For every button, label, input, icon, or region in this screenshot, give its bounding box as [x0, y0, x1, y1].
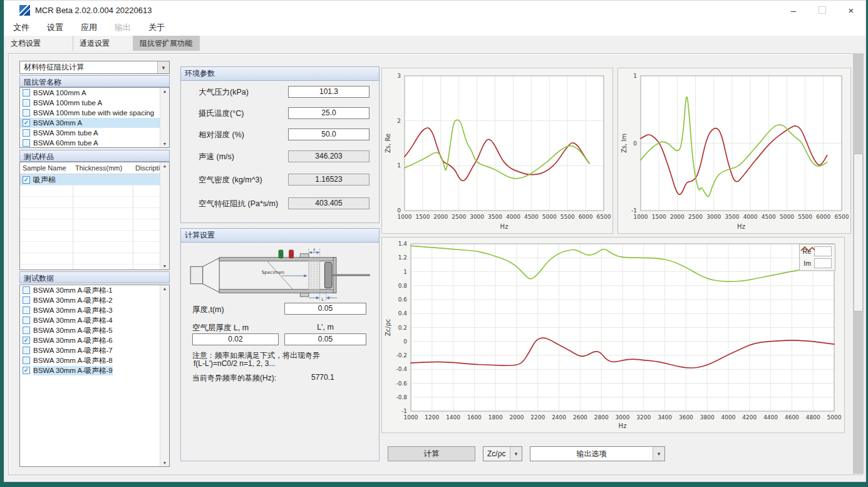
env-field-input: 346.203	[288, 150, 369, 162]
checkbox-icon[interactable]	[23, 129, 30, 137]
thickness-label: 厚度,t(m)	[192, 305, 224, 315]
list-item[interactable]: BSWA 30mm A-吸声棉-4	[20, 315, 169, 325]
checkbox-icon[interactable]: ✓	[23, 176, 30, 184]
list-item[interactable]: BSWA 100mm tube A	[20, 98, 169, 108]
column-header[interactable]: Sample Name	[20, 164, 73, 172]
list-item[interactable]: BSWA 30mm A-吸声棉-3	[20, 305, 169, 315]
table-grid-line	[20, 196, 160, 197]
calculate-button[interactable]: 计算	[388, 446, 475, 461]
env-field-input[interactable]: 101.3	[288, 86, 369, 98]
list-item[interactable]: ✓BSWA 30mm A-吸声棉-6	[20, 335, 169, 345]
checkbox-icon[interactable]: ✓	[23, 119, 30, 127]
checkbox-icon[interactable]	[23, 327, 30, 334]
air-layer-input[interactable]: 0.02	[192, 333, 279, 345]
scrollbar-thumb[interactable]	[854, 154, 863, 312]
lprime-input[interactable]: 0.05	[284, 333, 366, 345]
chevron-down-icon[interactable]: ▾	[510, 447, 522, 461]
flange-top	[300, 254, 309, 258]
scroll-up-icon[interactable]: ▲	[163, 164, 167, 168]
list-item[interactable]: BSWA 100mm tube with wide spacing	[20, 108, 169, 118]
checkbox-icon[interactable]	[23, 99, 30, 107]
list-scrollbar[interactable]: ▲▼	[160, 162, 169, 270]
checkbox-icon[interactable]	[23, 89, 30, 97]
close-button[interactable]: ×	[837, 1, 865, 19]
list-item[interactable]: BSWA 100mm A	[20, 88, 169, 98]
svg-text:3500: 3500	[725, 214, 739, 220]
svg-text:0: 0	[397, 207, 401, 214]
speaker-horn	[203, 258, 219, 293]
svg-text:0.4: 0.4	[398, 310, 408, 317]
quantity-dropdown-value: Zc/ρc	[483, 449, 510, 458]
chart-canvas: 1000150020002500300035004000450050005500…	[382, 68, 612, 233]
checkbox-icon[interactable]	[23, 306, 30, 314]
list-item[interactable]: ✓BSWA 30mm A-吸声棉-9	[20, 365, 169, 375]
maximize-icon	[819, 6, 826, 14]
column-header[interactable]: Discription	[133, 164, 160, 172]
thickness-input[interactable]: 0.05	[284, 303, 366, 315]
list-scrollbar[interactable]: ▲▼	[160, 88, 169, 147]
output-options-dropdown[interactable]: 输出选项 ▾	[530, 446, 665, 461]
list-scrollbar[interactable]: ▲▼	[160, 285, 169, 466]
dimension-t-label: t	[313, 248, 315, 253]
quantity-dropdown[interactable]: Zc/ρc ▾	[483, 446, 522, 461]
scroll-down-icon[interactable]: ▼	[163, 264, 167, 268]
tube-bottom-wall	[219, 290, 336, 293]
checkbox-icon[interactable]	[23, 357, 30, 364]
table-row[interactable]: ✓吸声棉	[20, 174, 162, 186]
minimize-button[interactable]: –	[779, 1, 808, 19]
svg-text:6000: 6000	[816, 214, 830, 220]
list-item[interactable]: BSWA 30mm A-吸声棉-8	[20, 355, 169, 365]
tab-item[interactable]: 通道设置	[73, 36, 133, 51]
checkbox-icon[interactable]	[23, 109, 30, 117]
chart-canvas: 1000150020002500300035004000450050005500…	[618, 68, 850, 233]
list-item-label: BSWA 30mm A	[33, 119, 82, 127]
svg-text:6500: 6500	[835, 214, 849, 220]
tab-item[interactable]: 文档设置	[4, 36, 73, 51]
list-item-label: BSWA 30mm tube A	[33, 129, 98, 137]
list-item[interactable]: BSWA 30mm tube A	[20, 128, 169, 138]
scroll-down-icon[interactable]: ▼	[163, 461, 167, 465]
scroll-down-icon[interactable]: ▼	[163, 142, 167, 146]
checkbox-icon[interactable]	[23, 296, 30, 304]
svg-text:2600: 2600	[573, 414, 587, 421]
list-item-label: BSWA 100mm tube with wide spacing	[33, 109, 154, 117]
list-item[interactable]: BSWA 30mm A-吸声棉-2	[20, 295, 169, 305]
checkbox-icon[interactable]: ✓	[23, 337, 30, 344]
svg-text:0.2: 0.2	[398, 325, 407, 331]
vertical-scrollbar[interactable]	[853, 53, 864, 474]
svg-text:3500: 3500	[488, 214, 502, 220]
svg-text:4500: 4500	[762, 214, 776, 220]
scroll-up-icon[interactable]: ▲	[163, 89, 167, 93]
checkbox-icon[interactable]: ✓	[23, 367, 30, 374]
menu-item[interactable]: 文件	[4, 19, 38, 36]
env-field-input[interactable]: 25.0	[288, 107, 369, 119]
chevron-down-icon[interactable]: ▾	[653, 447, 664, 461]
list-item[interactable]: ✓BSWA 30mm A	[20, 118, 169, 128]
svg-text:1: 1	[397, 162, 401, 169]
menu-item[interactable]: 关于	[140, 19, 173, 36]
table-grid-line	[133, 174, 133, 270]
tab-active[interactable]: 阻抗管扩展功能	[133, 36, 200, 51]
svg-text:2800: 2800	[594, 414, 609, 421]
env-field-input: 403.405	[288, 197, 369, 209]
list-item[interactable]: BSWA 60mm tube A	[20, 138, 169, 148]
calc-type-dropdown[interactable]: 材料特征阻抗计算 ▾	[19, 61, 170, 74]
env-field-label: 摄氏温度(°C)	[199, 108, 244, 119]
checkbox-icon[interactable]	[23, 317, 30, 324]
chart-zc-rhoc: 1000120014001600180020002200240026002800…	[381, 237, 845, 433]
list-item[interactable]: BSWA 30mm A-吸声棉-1	[20, 285, 169, 295]
checkbox-icon[interactable]	[23, 139, 30, 147]
chevron-down-icon[interactable]: ▾	[157, 61, 169, 73]
table-grid-line	[20, 185, 160, 186]
checkbox-icon[interactable]	[23, 286, 30, 294]
checkbox-icon[interactable]	[23, 347, 30, 354]
list-item[interactable]: BSWA 30mm A-吸声棉-5	[20, 325, 169, 335]
env-field-input[interactable]: 50.0	[288, 128, 369, 140]
list-item[interactable]: BSWA 30mm A-吸声棉-7	[20, 345, 169, 355]
sample-section-header: 测试样品	[19, 150, 170, 162]
scroll-up-icon[interactable]: ▲	[163, 286, 167, 291]
column-header[interactable]: Thickness(mm)	[73, 164, 133, 172]
table-grid-line	[20, 241, 160, 242]
menu-item[interactable]: 应用	[72, 19, 106, 36]
menu-item[interactable]: 设置	[38, 19, 72, 36]
